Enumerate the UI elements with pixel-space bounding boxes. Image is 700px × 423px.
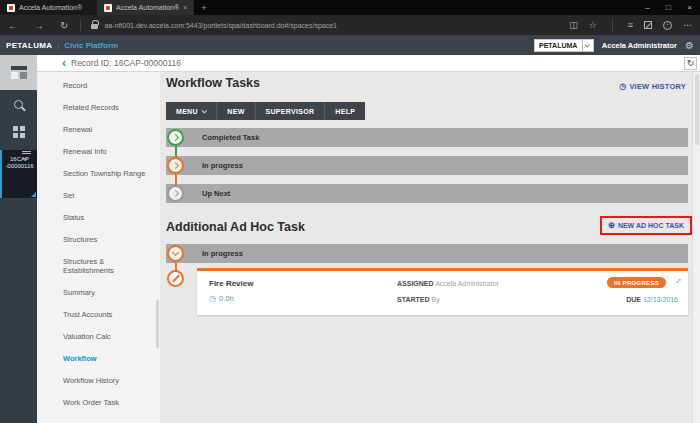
expand-task-icon[interactable]: ↔ (671, 273, 684, 286)
browser-window: Accela Automation® Accela Automation® × … (0, 0, 700, 423)
minimize-icon[interactable]: – (637, 3, 658, 12)
divider (612, 19, 613, 31)
adhoc-task-group: In progress Fire Review ◷ 0.0h ASSIGNED … (166, 244, 688, 404)
content-scrollbar[interactable] (692, 72, 700, 423)
sidebar-item-renewal-info[interactable]: Renewal Info (37, 140, 160, 162)
sidebar-item-valuation-calc[interactable]: Valuation Calc (37, 325, 160, 347)
workflow-toolbar: MENU NEW SUPERVISOR HELP (166, 102, 365, 120)
sidebar-item-set[interactable]: Set (37, 184, 160, 206)
chevron-down-icon (582, 40, 593, 51)
view-history-label: VIEW HISTORY (629, 82, 686, 91)
agency-select[interactable]: PETALUMA (534, 39, 594, 52)
sidebar-item-section-township-range[interactable]: Section Township Range (37, 162, 160, 184)
back-icon[interactable]: ← (8, 20, 18, 31)
browser-tab-bar: Accela Automation® Accela Automation® × … (0, 0, 700, 15)
task-started: STARTED By (397, 296, 440, 303)
forward-icon[interactable]: → (34, 20, 44, 31)
status-badge: IN PROGRESS (607, 277, 666, 288)
due-value: 12/13/2016 (643, 296, 678, 303)
workflow-panel: Workflow Tasks ◷ VIEW HISTORY MENU NEW S… (160, 72, 692, 423)
task-card[interactable]: Fire Review ◷ 0.0h ASSIGNED Accela Admin… (197, 268, 688, 315)
tab-corner-marker (31, 192, 36, 197)
record-id-title: Record ID: 16CAP-00000116 (71, 58, 181, 68)
page-refresh-button[interactable]: ↻ (684, 57, 697, 70)
favorites-star-icon[interactable]: ☆ (589, 20, 597, 30)
sidebar-item-workflow[interactable]: Workflow (37, 347, 160, 369)
view-history-link[interactable]: ◷ VIEW HISTORY (619, 82, 686, 91)
menu-button[interactable]: MENU (166, 102, 217, 120)
sidebar-item-structures-establishments[interactable]: Structures & Establishments (37, 250, 160, 281)
refresh-icon[interactable]: ↻ (60, 20, 68, 31)
maximize-icon[interactable]: □ (658, 3, 679, 12)
help-button[interactable]: HELP (325, 102, 365, 120)
assigned-label: ASSIGNED (397, 280, 434, 287)
sidebar-item-status[interactable]: Status (37, 206, 160, 228)
task-assigned: ASSIGNED Accela Administrator (397, 280, 499, 287)
due-label: DUE (626, 296, 641, 303)
accordion-label: Up Next (166, 184, 688, 203)
product-name[interactable]: Civic Platform (64, 41, 118, 50)
accordion-in-progress[interactable]: In progress (166, 156, 688, 175)
global-search-button[interactable] (0, 90, 37, 118)
web-note-icon[interactable] (644, 21, 652, 29)
up-next-status-icon[interactable] (167, 185, 184, 202)
adhoc-in-progress-status-icon[interactable] (167, 245, 184, 262)
launchpad-button[interactable] (0, 55, 37, 90)
left-icon-rail: 16CAP -00000116 (0, 55, 37, 423)
sidebar-item-trust-accounts[interactable]: Trust Accounts (37, 303, 160, 325)
started-label: STARTED (397, 296, 430, 303)
gear-icon[interactable]: ⚙ (685, 40, 694, 51)
supervisor-button[interactable]: SUPERVISOR (256, 102, 326, 120)
edit-task-icon[interactable] (167, 270, 184, 287)
reading-view-icon[interactable]: ◫ (569, 20, 578, 30)
browser-tab-active[interactable]: Accela Automation® × (97, 0, 194, 15)
assigned-value: Accela Administrator (435, 280, 499, 287)
open-record-tab[interactable]: 16CAP -00000116 (0, 150, 37, 198)
more-options-icon[interactable]: ⋯ (683, 20, 692, 30)
accordion-label: In progress (166, 156, 688, 175)
url-input[interactable]: aa-nft001.dev.accela.com:5443/portlets/s… (104, 22, 337, 29)
new-tab-button[interactable]: + (194, 0, 214, 15)
record-tab-line2: -00000116 (2, 163, 37, 170)
sidebar-item-workflow-history[interactable]: Workflow History (37, 369, 160, 391)
close-tab-icon[interactable]: × (183, 4, 187, 11)
started-value: By (432, 296, 440, 303)
sidebar-item-related-records[interactable]: Related Records (37, 96, 160, 118)
sidebar-item-record[interactable]: Record (37, 74, 160, 96)
sidebar-item-summary[interactable]: Summary (37, 281, 160, 303)
sidebar-item-work-order-task[interactable]: Work Order Task (37, 391, 160, 413)
close-icon[interactable]: × (679, 3, 700, 12)
divider (80, 19, 81, 31)
plus-circle-icon: ⊕ (608, 222, 615, 229)
accordion-completed-task[interactable]: Completed Task (166, 128, 688, 147)
launchpad-icon (11, 66, 27, 79)
in-progress-status-icon[interactable] (167, 157, 184, 174)
hub-icon[interactable]: ≡ (628, 20, 633, 30)
accordion-label: In progress (166, 244, 688, 263)
browser-actions: ◫ ☆ ≡ ↑ ⋯ (569, 19, 700, 31)
completed-status-icon[interactable] (167, 129, 184, 146)
sidebar-item-renewal[interactable]: Renewal (37, 118, 160, 140)
browser-tab-background[interactable]: Accela Automation® (0, 0, 97, 15)
logged-in-user[interactable]: Accela Administrator (602, 41, 677, 50)
clock-icon: ◷ (209, 294, 216, 303)
task-name[interactable]: Fire Review (209, 279, 253, 288)
grid-icon (13, 126, 25, 138)
sidebar-scrollbar[interactable] (156, 300, 159, 348)
share-icon[interactable]: ↑ (663, 21, 672, 30)
task-hours: ◷ 0.0h (209, 294, 234, 303)
new-ad-hoc-task-button[interactable]: ⊕ NEW AD HOC TASK (600, 216, 692, 235)
apps-grid-button[interactable] (0, 118, 37, 146)
accordion-label: Completed Task (166, 128, 688, 147)
agency-name: PETALUMA (6, 41, 52, 50)
record-sidebar: Record Related Records Renewal Renewal I… (37, 72, 160, 423)
browser-address-bar: ← → ↻ aa-nft001.dev.accela.com:5443/port… (0, 15, 700, 35)
accordion-adhoc-in-progress[interactable]: In progress (166, 244, 688, 263)
menu-button-label: MENU (176, 108, 198, 115)
sidebar-item-structures[interactable]: Structures (37, 228, 160, 250)
new-button[interactable]: NEW (217, 102, 255, 120)
record-tab-line1: 16CAP (2, 156, 37, 163)
chevron-down-icon (202, 109, 207, 114)
accordion-up-next[interactable]: Up Next (166, 184, 688, 203)
tab-title: Accela Automation® (19, 4, 90, 11)
